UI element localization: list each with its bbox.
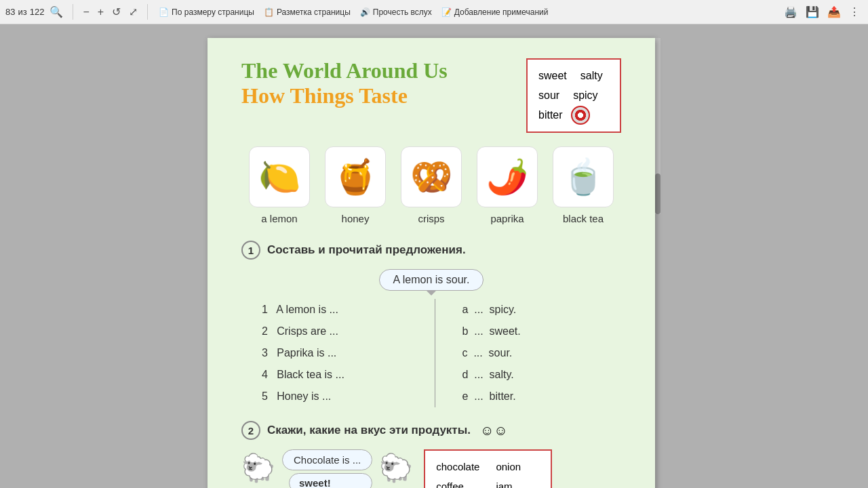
honey-label: honey [342,213,370,224]
food-item-lemon: 🍋 a lemon [249,146,310,224]
page-info: 83 из 122 🔍 [5,4,73,20]
speech-bubble-2: sweet! [289,473,372,488]
answer-row-b: b ... sweet. [462,321,622,342]
section2-number: 2 [241,421,260,440]
markup-icon: 📋 [264,7,274,17]
food-word-chocolate: chocolate [436,458,479,477]
markup-button[interactable]: 📋 Разметка страницы [260,5,355,19]
section1-title: Составь и прочитай предложения. [267,243,466,257]
black-tea-image: 🍵 [553,146,614,207]
word-box-row3: bitter [538,106,609,125]
food-item-crisps: 🥨 crisps [401,146,462,224]
page-content: The World Around Us How Things Taste swe… [208,38,655,488]
title-area: The World Around Us How Things Taste swe… [241,58,621,133]
section2: 2 Скажи, какие на вкус эти продукты. ☺☺ … [241,421,621,488]
matching-exercise: 1 A lemon is ... 2 Crisps are ... 3 Papr… [262,299,621,407]
toolbar-right: 🖨️ 💾 📤 ⋮ [781,4,863,20]
character-right: 🐑 [379,452,413,484]
notes-icon: 📝 [441,7,452,17]
fit-page-icon: 📄 [159,7,169,17]
food-items-row: 🍋 a lemon 🍯 honey 🥨 crisps 🌶️ paprika 🍵 [241,146,621,224]
fit-button[interactable]: ⤢ [126,4,140,20]
notes-button[interactable]: 📝 Добавление примечаний [437,5,553,19]
food-word-coffee: coffee [436,477,479,488]
section2-header: 2 Скажи, какие на вкус эти продукты. ☺☺ [241,421,621,440]
crisps-label: crisps [418,213,444,224]
search-button[interactable]: 🔍 [47,4,66,20]
word-sweet: sweet [538,66,567,86]
food-item-paprika: 🌶️ paprika [477,146,538,224]
toolbar: 83 из 122 🔍 − + ↺ ⤢ 📄 По размеру страниц… [0,0,868,24]
left-column: 1 A lemon is ... 2 Crisps are ... 3 Papr… [262,299,435,407]
zoom-in-button[interactable]: + [95,4,106,20]
paprika-image: 🌶️ [477,146,538,207]
page-total: 122 [30,7,45,17]
food-word-grid: chocolate onion coffee jam cheese orange [436,458,539,488]
page-separator: из [18,7,26,17]
main-area: The World Around Us How Things Taste swe… [0,24,868,488]
toolbar-actions: 📄 По размеру страницы 📋 Разметка страниц… [155,5,777,19]
exercise-row-5: 5 Honey is ... [262,386,421,407]
section2-title: Скажи, какие на вкус эти продукты. [267,424,471,437]
exercise-row-4: 4 Black tea is ... [262,364,421,386]
lemon-image: 🍋 [249,146,310,207]
speech-bubble-1: Chocolate is ... [282,449,372,470]
honey-image: 🍯 [325,146,386,207]
cd-icon [571,106,590,125]
word-box: sweet salty sour spicy bitter [526,58,621,133]
section1: 1 Составь и прочитай предложения. A lemo… [241,241,621,407]
answer-row-a: a ... spicy. [462,299,622,321]
scrollbar-track[interactable] [655,38,660,214]
read-aloud-button[interactable]: 🔊 Прочесть вслух [356,5,436,19]
food-word-jam: jam [496,477,539,488]
example-text: A lemon is sour. [379,269,484,291]
crisps-image: 🥨 [401,146,462,207]
answer-row-c: c ... sour. [462,342,622,364]
more-button[interactable]: ⋮ [846,4,863,20]
read-icon: 🔊 [360,7,370,17]
exercise-row-3: 3 Paprika is ... [262,342,421,364]
fit-page-button[interactable]: 📄 По размеру страницы [155,5,258,19]
title-text: The World Around Us How Things Taste [241,58,448,108]
page-number: 83 [5,7,15,17]
exercise-row-2: 2 Crisps are ... [262,321,421,342]
section2-left: 🐑 Chocolate is ... sweet! 🐑 [241,449,413,488]
food-word-onion: onion [496,458,539,477]
exercise-row-1: 1 A lemon is ... [262,299,421,321]
section2-content: 🐑 Chocolate is ... sweet! 🐑 chocolate on… [241,449,621,488]
right-column: a ... spicy. b ... sweet. c ... sour. d … [435,299,622,407]
word-sour: sour [538,86,559,106]
title-line2: How Things Taste [241,83,448,108]
speech-area: Chocolate is ... sweet! [282,449,372,488]
answer-row-d: d ... salty. [462,364,622,386]
food-item-black-tea: 🍵 black tea [553,146,614,224]
zoom-out-button[interactable]: − [80,4,92,20]
answer-row-e: e ... bitter. [462,386,622,407]
word-spicy: spicy [573,86,597,106]
word-salty: salty [580,66,603,86]
character-left: 🐑 [241,452,275,484]
food-item-honey: 🍯 honey [325,146,386,224]
section1-number: 1 [241,241,260,260]
word-box-row2: sour spicy [538,86,609,106]
word-bitter: bitter [538,106,563,125]
paprika-label: paprika [490,213,524,224]
share-button[interactable]: 📤 [825,4,844,20]
section1-header: 1 Составь и прочитай предложения. [241,241,621,260]
print-button[interactable]: 🖨️ [781,4,800,20]
lemon-label: a lemon [261,213,297,224]
faces-icon: ☺☺ [480,423,508,439]
scrollbar-thumb[interactable] [655,174,660,214]
word-box-row1: sweet salty [538,66,609,86]
nav-icons: − + ↺ ⤢ [80,4,148,20]
save-button[interactable]: 💾 [803,4,822,20]
title-line1: The World Around Us [241,58,448,83]
black-tea-label: black tea [563,213,604,224]
refresh-button[interactable]: ↺ [109,4,123,20]
example-bubble: A lemon is sour. [241,269,621,291]
food-word-box: chocolate onion coffee jam cheese orange [424,449,551,488]
